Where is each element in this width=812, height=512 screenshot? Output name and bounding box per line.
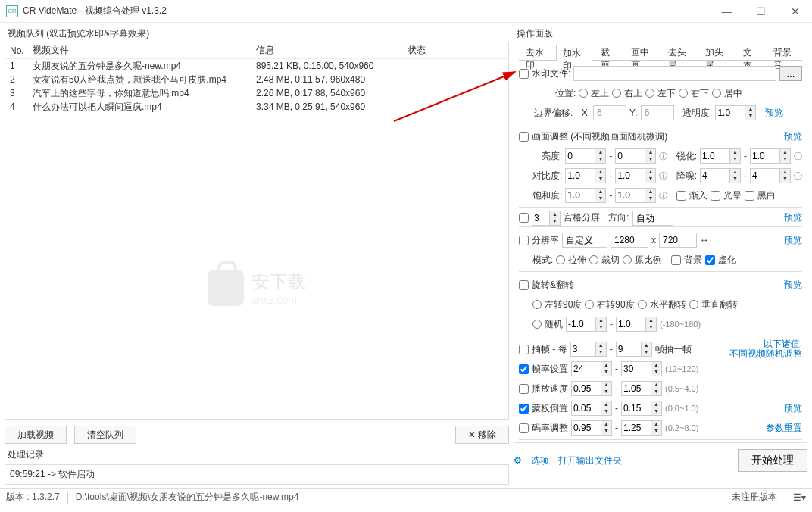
tab-5[interactable]: 加头尾 [698, 44, 734, 60]
preview-grid-link[interactable]: 预览 [784, 211, 802, 224]
options-link[interactable]: 选项 [531, 454, 549, 467]
tab-0[interactable]: 去水印 [519, 44, 554, 60]
pos-radio-4[interactable] [712, 89, 721, 98]
preview-watermark-link[interactable]: 预览 [765, 107, 783, 120]
pos-radio-3[interactable] [679, 89, 688, 98]
speed-check[interactable] [519, 384, 529, 394]
flip-h-radio[interactable] [638, 300, 647, 309]
mode-stretch-radio[interactable] [556, 255, 565, 264]
bg-check[interactable] [671, 255, 681, 265]
fps-b[interactable] [621, 361, 651, 376]
x-input[interactable] [593, 105, 626, 120]
clear-queue-button[interactable]: 清空队列 [74, 426, 136, 444]
res-h-input[interactable] [659, 233, 697, 248]
swap-icon[interactable]: ↔ [700, 235, 709, 245]
res-w-input[interactable] [611, 233, 648, 248]
preview-adjust-link[interactable]: 预览 [784, 130, 802, 143]
watermark-browse-button[interactable]: ... [779, 66, 802, 81]
table-row[interactable]: 4什么办法可以把人瞬间逼疯.mp43.34 MB, 0:25.91, 540x9… [5, 100, 508, 114]
load-video-button[interactable]: 加载视频 [5, 426, 67, 444]
log-label: 处理记录 [5, 447, 509, 463]
tab-1[interactable]: 加水印 [556, 45, 592, 61]
y-input[interactable] [641, 105, 674, 120]
opacity-input[interactable] [715, 105, 745, 120]
sharpen-b[interactable] [750, 148, 780, 164]
pos-radio-2[interactable] [645, 89, 654, 98]
drop-b[interactable] [616, 342, 642, 357]
noise-b[interactable] [750, 168, 780, 183]
mask-check[interactable] [519, 404, 529, 414]
col-no-header[interactable]: No. [5, 45, 28, 56]
watermark-file-check[interactable] [519, 69, 529, 79]
rot-right-radio[interactable] [585, 300, 594, 309]
bw-check[interactable] [745, 191, 754, 201]
mask-b[interactable] [621, 401, 651, 416]
col-status-header[interactable]: 状态 [403, 44, 508, 57]
video-queue-table[interactable]: No. 视频文件 信息 状态 1女朋友说的五分钟是多久呢-new.mp4895.… [5, 42, 509, 420]
brightness-a[interactable] [565, 148, 595, 164]
remove-button[interactable]: ✕ 移除 [455, 426, 509, 444]
preview-mask-link[interactable]: 预览 [784, 402, 802, 415]
blur-check[interactable] [705, 255, 715, 265]
tab-7[interactable]: 背景音 [767, 44, 802, 60]
rot-left-radio[interactable] [532, 300, 542, 309]
rand-b[interactable] [616, 317, 646, 332]
table-row[interactable]: 1女朋友说的五分钟是多久呢-new.mp4895.21 KB, 0:15.00,… [5, 59, 508, 73]
bitrate-a[interactable] [571, 420, 601, 436]
preview-res-link[interactable]: 预览 [784, 234, 802, 247]
res-check[interactable] [519, 236, 529, 245]
rand-a[interactable] [566, 317, 596, 332]
pos-radio-1[interactable] [612, 89, 621, 98]
flip-v-radio[interactable] [689, 300, 698, 309]
mode-orig-radio[interactable] [623, 255, 632, 264]
speed-b[interactable] [621, 381, 651, 396]
log-panel[interactable]: 09:59:21 -> 软件启动 [5, 464, 509, 485]
bitrate-b[interactable] [621, 420, 651, 436]
start-process-button[interactable]: 开始处理 [738, 449, 807, 472]
close-button[interactable]: ✕ [778, 0, 812, 23]
output-path-input[interactable] [561, 443, 776, 444]
tab-4[interactable]: 去头尾 [661, 44, 697, 60]
watermark-file-input[interactable] [573, 66, 776, 81]
table-row[interactable]: 2女友说有50人给我点赞，就送我个马可皮肤.mp42.48 MB, 0:11.5… [5, 73, 508, 86]
col-file-header[interactable]: 视频文件 [28, 44, 251, 57]
preview-rotate-link[interactable]: 预览 [784, 279, 802, 292]
rand-radio[interactable] [532, 320, 542, 329]
saturation-a[interactable] [565, 188, 595, 203]
dir-select[interactable]: 自动 [632, 211, 673, 226]
reset-link[interactable]: 参数重置 [766, 422, 802, 435]
menu-icon[interactable]: ☰▾ [793, 492, 806, 503]
output-browse-button[interactable]: ... [779, 443, 802, 444]
tab-3[interactable]: 画中画 [624, 44, 660, 60]
saturation-b[interactable] [615, 188, 645, 203]
drop-a[interactable] [570, 342, 596, 357]
mode-crop-radio[interactable] [589, 255, 598, 264]
sharpen-a[interactable] [700, 148, 730, 164]
fps-a[interactable] [571, 361, 601, 376]
noise-a[interactable] [700, 168, 730, 183]
contrast-b[interactable] [615, 168, 645, 183]
brightness-b[interactable] [615, 148, 645, 164]
grid-check[interactable] [519, 213, 529, 223]
table-row[interactable]: 3汽车上的这些字母，你知道意思吗.mp42.26 MB, 0:17.88, 54… [5, 86, 508, 100]
tab-2[interactable]: 裁剪 [594, 44, 623, 60]
speed-a[interactable] [571, 381, 601, 396]
insert-check[interactable] [676, 191, 686, 201]
random-note-link[interactable]: 以下诸值, 不同视频随机调整 [729, 339, 802, 359]
maximize-button[interactable]: ☐ [744, 0, 778, 23]
open-folder-link[interactable]: 打开输出文件夹 [558, 454, 622, 467]
adjust-check[interactable] [519, 132, 529, 142]
mask-a[interactable] [571, 401, 601, 416]
pos-radio-0[interactable] [579, 89, 588, 98]
bitrate-check[interactable] [519, 423, 529, 433]
rotate-check[interactable] [519, 280, 529, 290]
contrast-a[interactable] [565, 168, 595, 183]
tab-6[interactable]: 文本 [736, 44, 765, 60]
drop-check[interactable] [519, 345, 529, 354]
grid-input[interactable] [532, 211, 550, 226]
minimize-button[interactable]: — [710, 0, 744, 23]
fps-check[interactable] [519, 364, 529, 374]
col-info-header[interactable]: 信息 [251, 44, 403, 57]
halo-check[interactable] [710, 191, 720, 201]
res-mode-select[interactable]: 自定义 [562, 233, 607, 248]
